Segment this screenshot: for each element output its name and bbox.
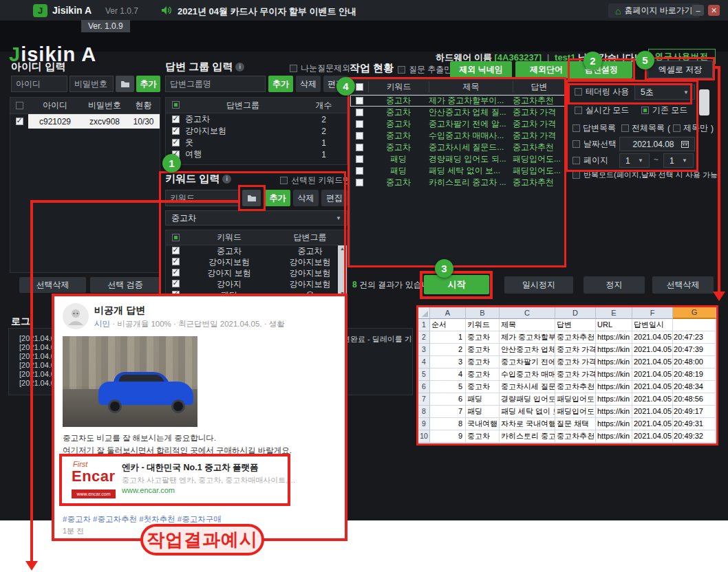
excel-col-header[interactable]: B <box>466 307 500 319</box>
table-row[interactable]: 패딩 경량패딩 입어도 되... 패딩입어도... <box>350 153 565 165</box>
excel-row[interactable]: 8 7 패딩 패딩 세탁 없이 보 패딩입어도 되 https://kin 20… <box>418 406 716 418</box>
date-select-checkbox[interactable]: 날짜선택 <box>572 138 617 150</box>
group-select-all-checkbox[interactable] <box>172 101 180 109</box>
tethering-checkbox[interactable]: 테더링 사용 <box>575 86 629 98</box>
group-filter-dropdown[interactable]: 중고차 ▼ <box>165 210 347 226</box>
group-name-input[interactable] <box>165 76 266 92</box>
close-button[interactable]: ✕ <box>708 5 720 16</box>
excel-col-header[interactable]: C <box>500 307 555 319</box>
page-from-dropdown[interactable]: 1 ▼ <box>619 153 650 168</box>
id-folder-button[interactable] <box>116 76 134 92</box>
extract-questions-only-checkbox[interactable]: 질문 추출만 <box>398 64 452 76</box>
repeat-mode-checkbox[interactable]: 반복모드(페이지,날짜 선택 시 사용 가능) <box>572 170 720 180</box>
row-checkbox[interactable] <box>172 258 180 265</box>
row-checkbox[interactable] <box>172 247 180 254</box>
id-select-all-checkbox[interactable] <box>16 102 23 109</box>
work-select-all-checkbox[interactable] <box>356 83 363 91</box>
row-checkbox[interactable] <box>172 139 180 146</box>
group-add-button[interactable]: 추가 <box>268 76 293 92</box>
title-only-checkbox[interactable] <box>673 124 681 132</box>
excel-select-all-corner[interactable] <box>418 307 430 319</box>
excel-col-header[interactable]: D <box>555 307 596 319</box>
row-checkbox[interactable] <box>356 179 363 186</box>
id-delete-selected-button[interactable]: 선택삭제 <box>19 277 86 293</box>
table-row[interactable]: 중고차 중고차팔기 전에 알... 중고차 가격 <box>350 118 565 130</box>
partial-scrollbar[interactable] <box>699 89 709 116</box>
exclude-split-question-checkbox[interactable]: 나눈질문제외 <box>290 63 350 74</box>
table-row[interactable]: 패딩 패딩 세탁 없이 보... 패딩입어도... <box>350 165 565 177</box>
row-checkbox[interactable] <box>16 118 23 125</box>
exclude-nickname-button[interactable]: 제외 닉네임 <box>450 61 512 78</box>
exclude-word-button[interactable]: 제외단어 <box>515 61 577 78</box>
table-row[interactable]: 중고차 2 <box>166 113 347 125</box>
table-row[interactable]: 강아지 강아지보험 <box>166 278 347 289</box>
keyword-add-button[interactable]: 추가 <box>265 190 290 206</box>
ad-url-link[interactable]: www.encar.com <box>122 486 175 494</box>
keyword-folder-button[interactable] <box>242 190 261 206</box>
minimize-button[interactable]: – <box>692 5 704 16</box>
page-to-dropdown[interactable]: 1 ▼ <box>663 153 694 168</box>
table-row[interactable]: 중고차 수입중고차 매매사... 중고차 가격 <box>350 130 565 142</box>
page-checkbox[interactable]: 페이지 <box>572 155 608 166</box>
table-row[interactable]: 강아지보험 2 <box>166 125 347 137</box>
start-button[interactable]: 시작 <box>424 275 489 294</box>
table-row[interactable]: 강아지보험 강아지보험 <box>166 256 347 267</box>
realtime-mode-checkbox[interactable]: 실시간 모드 <box>575 104 629 116</box>
row-checkbox[interactable] <box>356 144 363 151</box>
keyword-select-all-checkbox[interactable] <box>172 234 180 241</box>
stop-button[interactable]: 정지 <box>584 276 645 294</box>
row-checkbox[interactable] <box>172 127 180 135</box>
id-verify-selected-button[interactable]: 선택 검증 <box>90 277 160 293</box>
table-row[interactable]: 중고차 안산중고차 업체 질... 중고차 가격 <box>350 107 565 118</box>
legacy-mode-checkbox[interactable]: 기존 모드 <box>641 104 687 116</box>
row-checkbox[interactable] <box>356 109 363 116</box>
full-list-checkbox[interactable] <box>621 124 629 132</box>
keyword-edit-button[interactable]: 편집 <box>321 190 347 206</box>
homepage-button[interactable]: ⌂ 홈페이지 바로가기 <box>608 3 700 18</box>
password-input[interactable] <box>69 76 114 92</box>
table-row[interactable]: 중고차 제가 중고차할부이... 중고차추천 <box>350 95 565 107</box>
row-checkbox[interactable] <box>356 120 363 128</box>
pause-button[interactable]: 일시정지 <box>504 276 573 294</box>
id-input[interactable] <box>11 76 67 92</box>
excel-row[interactable]: 4 3 중고차 중고차팔기 전에 알 중고차 가격 https://kin 20… <box>418 356 716 368</box>
hashtags[interactable]: #중고차 #중고차추천 #첫차추천 #중고차구매 <box>63 514 222 525</box>
table-row[interactable]: 중고차 카히스토리 중고차 ... 중고차추천 <box>350 177 565 188</box>
keyword-delete-button[interactable]: 삭제 <box>293 190 319 206</box>
table-row[interactable]: 중고차 중고차 <box>166 245 347 256</box>
excel-save-button[interactable]: 엑셀로 저장 <box>647 60 713 78</box>
table-row[interactable]: 중고차 중고차시세 질문드... 중고차추천 <box>350 142 565 153</box>
excel-row[interactable]: 7 6 패딩 경량패딩 입어도 되 패딩입어도 되 https://kin 20… <box>418 393 716 406</box>
row-checkbox[interactable] <box>172 116 180 123</box>
table-row[interactable]: c921029 zxcv908 10/30 <box>10 114 160 129</box>
excel-row[interactable]: 3 2 중고차 안산중고차 업체 질 중고차 가격 https://kin 20… <box>418 344 716 356</box>
interval-dropdown[interactable]: 5초 ▼ <box>634 85 695 100</box>
excel-header-row[interactable]: 1 순서 키워드 제목 답변 URL 답변일시 <box>418 319 716 331</box>
excel-col-header[interactable]: A <box>430 307 466 319</box>
excel-col-header-selected[interactable]: G <box>673 307 716 319</box>
row-checkbox[interactable] <box>356 132 363 140</box>
row-checkbox[interactable] <box>172 280 180 287</box>
ad-title[interactable]: 엔카 - 대한민국 No.1 중고차 플랫폼 <box>122 462 259 474</box>
id-add-button[interactable]: 추가 <box>136 76 160 92</box>
excel-row[interactable]: 5 4 중고차 수입중고차 매매사 중고차 가격 https://kin 202… <box>418 368 716 381</box>
table-row[interactable]: 강아지 보험 강아지보험 <box>166 267 347 278</box>
table-row[interactable]: 여행 1 <box>166 148 347 160</box>
excel-col-header[interactable]: F <box>632 307 673 319</box>
excel-row[interactable]: 2 1 중고차 제가 중고차할부이 중고차추천 https://kin 2021… <box>418 331 716 344</box>
keyword-input[interactable] <box>165 190 239 206</box>
row-checkbox[interactable] <box>356 155 363 163</box>
excel-row[interactable]: 10 9 중고차 카히스토리 중고차 중고차추천 https://kin 202… <box>418 430 716 443</box>
group-delete-button[interactable]: 삭제 <box>296 76 321 92</box>
excel-row[interactable]: 6 5 중고차 중고차시세 질문드 중고차추천 https://kin 2021… <box>418 381 716 393</box>
row-checkbox[interactable] <box>172 269 180 276</box>
date-picker-field[interactable]: 2021.04.08 <box>619 137 695 151</box>
row-checkbox[interactable] <box>356 167 363 175</box>
keyword-table-scrollbar[interactable]: ▲▼ <box>338 245 347 296</box>
excel-col-header[interactable]: E <box>596 307 632 319</box>
excel-row[interactable]: 9 8 국내여행 자차로 국내여행 질문 채택 https://kin 2021… <box>418 418 716 430</box>
row-checkbox[interactable] <box>356 97 363 104</box>
delete-selected-button[interactable]: 선택삭제 <box>652 276 714 294</box>
selected-keywords-only-checkbox[interactable]: 선택된 키워드만 <box>280 175 351 186</box>
answer-list-checkbox[interactable] <box>572 124 580 132</box>
